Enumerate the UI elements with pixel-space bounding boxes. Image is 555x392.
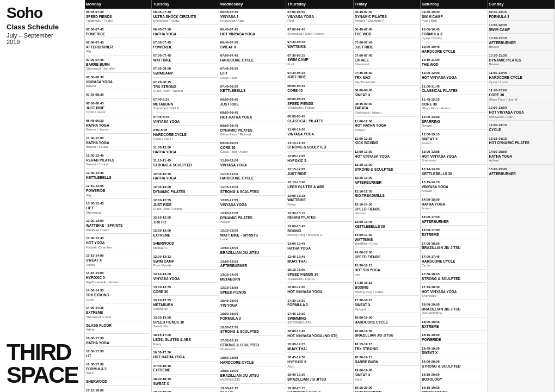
class-name: BRAZILLIAN JIU JITSU	[220, 374, 285, 378]
class-time: 07:40-8:25	[153, 98, 169, 101]
list-item: 06:45-07:30SPEED FIENDSTreadmills / Fabb…	[86, 10, 150, 25]
class-instructor: Brewer / Charlotte Y	[355, 19, 419, 23]
class-time: 08:00-08:45	[287, 97, 305, 101]
list-item: 13:15-14:15VINYASA YOGABrewer	[422, 180, 486, 195]
class-time: 09:30-10:15	[489, 10, 507, 14]
class-instructor: Treadmills	[153, 325, 217, 329]
column-sunday: 09:30-10:15FORMULA 310:00-10:45SWIM CAMP…	[488, 9, 554, 392]
list-item: 18:00-18:55HARDCORE CYCLE	[220, 356, 285, 366]
class-time: 12:45-13:45	[287, 255, 305, 258]
list-item: 12:00-12:55JUST RIDEGlass Floor / Ritchi…	[153, 198, 217, 213]
class-name: EXTREME	[86, 310, 150, 315]
class-time: 16:00-17:00	[287, 285, 305, 289]
class-instructor: Rig	[86, 49, 150, 54]
list-item: 13:10-14:00SPEED FIENDSDarcias	[355, 202, 419, 217]
class-time: 07:45-08:30	[220, 85, 238, 88]
class-name: BARRE BURN	[86, 63, 150, 67]
class-name: HARDCORE CYCLE	[220, 360, 285, 365]
list-item: 13:00-13:45LIFTSherwood	[86, 201, 150, 216]
list-item: 17:00-17:45HARDCORE CYCLECycle	[422, 254, 486, 270]
class-time: 14:00-17:00	[355, 251, 373, 254]
class-instructor: Brewer	[86, 84, 150, 89]
class-name: LIFT	[86, 206, 150, 210]
class-time: 16:30-17:30	[153, 351, 171, 354]
list-item: 17:45-18:30SWIMMINGINTERMEDIATE	[287, 312, 351, 327]
class-time: 14:00-15:00	[489, 150, 507, 153]
class-name: HOT HATHA YOGA	[153, 355, 217, 359]
class-name: HOT HATHA YOGA	[355, 123, 419, 128]
list-item: 08:00-08:45HOT HATHA YOGA	[220, 110, 285, 121]
class-name: DYNAMIC PILATES	[153, 190, 217, 194]
class-name: AFTERBURNER	[422, 220, 486, 224]
list-item: 07:00-07:45EXHALESherwood	[355, 53, 419, 69]
column-friday: 06:45-07:30DYNAMIC PILATESBrewer / Charl…	[353, 9, 420, 392]
class-name: HARDCORE CYCLE	[220, 176, 285, 181]
class-name: SPEED FIENDS	[287, 102, 351, 106]
class-name: HATHA YOGA	[153, 32, 217, 36]
class-time: 19:15-19:15	[422, 386, 440, 389]
list-item: 14:00-17:00SPEED FIENDS	[355, 250, 419, 261]
list-item: 07:45-08:30KETTLEBELLS	[220, 84, 285, 95]
class-time: 11:00-12:00	[86, 136, 104, 140]
column-tuesday: 06:45-07:30ULTRA SHOCK CIRCUITSSherwood …	[152, 9, 219, 392]
class-time: 12:15-12:00	[287, 167, 305, 171]
list-item: 15:45-16:00YIN YOGA	[220, 298, 285, 309]
class-time: 12:00-13:00	[220, 246, 238, 250]
class-instructor: Glass Floor / Richard	[220, 133, 285, 137]
column-thursday: 07:00-08:00VINYASA YOGAPool07:00-07:45Sh…	[286, 9, 353, 392]
class-time: 06:45-07:30	[355, 10, 373, 14]
class-name: KETTLEBELLS 30	[422, 172, 486, 176]
list-item: 18:45-19:30BRAZILLIAN JIU JITSU	[287, 372, 351, 383]
class-name: STRONG & SCULPTED	[422, 277, 486, 281]
list-item: Glass FloorAdrien	[86, 323, 150, 334]
class-time: 11:15-11:45	[153, 159, 171, 162]
class-time: 11:15-12:00	[220, 185, 238, 189]
class-name: WATTBIKE	[153, 58, 217, 63]
class-name: HYPOXIC 5	[86, 276, 150, 280]
class-time: 12:10-12:55	[153, 216, 171, 219]
class-instructor: Darcias	[355, 211, 419, 216]
class-name: KETTLEBELLS	[86, 176, 150, 180]
class-time: 18:15-19:00	[422, 333, 440, 337]
class-time: 13:00-13:50	[220, 260, 238, 263]
class-name: VINYASA YOGA	[287, 132, 351, 136]
class-name: Sherwood	[153, 241, 217, 246]
class-name: EXTREME	[153, 368, 217, 372]
class-time: 12:00-13:00	[153, 185, 171, 189]
class-name: THE WOD	[422, 63, 486, 67]
list-item: 13:00-13:45HOT YOGAHypoxic Chamber	[86, 236, 150, 251]
class-instructor: Sherwood	[220, 347, 285, 352]
class-name: LIT	[86, 354, 150, 358]
class-time: 12:05-12:55	[220, 198, 238, 202]
class-name: STRONG & SCULPTED	[287, 145, 351, 150]
class-instructor: Lucie	[220, 238, 285, 242]
class-name: BRAZILLIAN JIU JITSU	[287, 377, 351, 382]
class-name: BARRE BURN	[355, 360, 419, 364]
class-time: 12:03-13:00	[220, 211, 238, 215]
class-name: TABATA	[355, 106, 419, 110]
list-item: 11:00-12:00HOT HATHA YOGABrewer	[355, 119, 419, 134]
class-time: 12:15-13:00	[220, 229, 238, 232]
class-time: 07:30-08:30	[86, 76, 104, 79]
header-sunday: Sunday	[488, 0, 554, 9]
list-item: 12:10-12:55TRX FIT	[153, 215, 217, 226]
class-name: POWERIDE	[422, 338, 486, 342]
list-item: 08:00-08:45DYNAMIC PILATESGlass Floor / …	[220, 123, 285, 139]
class-instructor: Boxing Ring / Michael G	[287, 233, 351, 238]
class-name: VINYASA YOGA	[153, 120, 217, 124]
list-item: 09:30-10:30SWIM CAMPPool / Ben	[422, 10, 486, 25]
list-item: 11:00-12:00HATHA YOGABrewer / Louise	[86, 136, 150, 151]
list-item: 13:00-13:45KETTLEBELLS 30	[355, 220, 419, 231]
list-item: 19:00-19:45SWEAT XSanti	[355, 368, 419, 383]
class-time: 13:00-13:55	[153, 285, 171, 289]
class-name: SWIMCAMP	[153, 71, 217, 76]
class-time: 06:45-07:30	[220, 41, 238, 44]
class-name: SPEED FIENDS	[220, 290, 285, 295]
class-name: HARDCORE CYCLE	[422, 49, 486, 54]
class-name: AFTERBURNER	[355, 181, 419, 185]
class-time: 13:00-13:55	[153, 316, 171, 319]
class-name: VINYASA YOGA	[220, 163, 285, 167]
list-item: 07:00-07:45POWERIDE	[153, 40, 217, 51]
class-name: WATTBIKE	[287, 45, 351, 49]
class-time: 11:45-12:15	[422, 98, 440, 101]
